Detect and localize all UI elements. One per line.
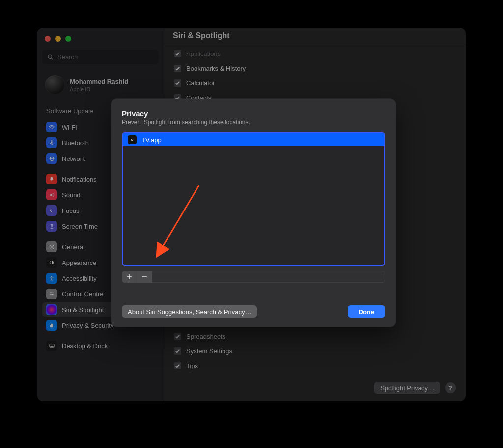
- titlebar: Siri & Spotlight: [164, 28, 466, 44]
- privacy-location-list[interactable]: tv TV.app: [122, 132, 385, 266]
- help-button[interactable]: ?: [445, 382, 456, 393]
- svg-point-2: [51, 129, 52, 129]
- bluetooth-icon: [46, 137, 57, 148]
- sheet-title: Privacy: [122, 109, 385, 118]
- hand-icon: [46, 320, 57, 331]
- plus-icon: [126, 274, 132, 280]
- minimize-window-icon[interactable]: [55, 36, 61, 42]
- sidebar-item-desktop-dock[interactable]: Desktop & Dock: [42, 339, 159, 353]
- checkbox-icon[interactable]: [174, 347, 181, 355]
- sidebar-item-label: Network: [62, 155, 85, 162]
- moon-icon: [46, 205, 57, 216]
- account-name: Mohammed Rashid: [70, 78, 128, 85]
- svg-line-1: [52, 58, 53, 59]
- hourglass-icon: [46, 221, 57, 232]
- sliders-icon: [46, 289, 57, 299]
- done-button[interactable]: Done: [348, 305, 386, 318]
- wifi-icon: [46, 122, 57, 132]
- sidebar-item-label: Sound: [62, 191, 81, 199]
- siri-icon: [46, 304, 57, 315]
- sidebar-item-label: Focus: [62, 207, 79, 214]
- dock-icon: [46, 341, 57, 351]
- account-sub: Apple ID: [70, 86, 128, 92]
- svg-text:tv: tv: [131, 138, 134, 141]
- accessibility-icon: [46, 273, 57, 284]
- check-row[interactable]: Spreadsheets: [174, 330, 456, 343]
- sidebar-item-label: Bluetooth: [62, 139, 89, 147]
- checkbox-icon[interactable]: [174, 65, 181, 72]
- check-row[interactable]: Calculator: [174, 77, 456, 89]
- privacy-sheet: Privacy Prevent Spotlight from searching…: [111, 99, 396, 327]
- check-label: Tips: [186, 362, 198, 369]
- check-row-applications[interactable]: Applications: [174, 47, 456, 60]
- sidebar-item-label: Siri & Spotlight: [62, 306, 104, 314]
- sheet-description: Prevent Spotlight from searching these l…: [122, 119, 385, 126]
- sidebar-item-label: Privacy & Security: [62, 322, 113, 329]
- add-remove-segment: [122, 271, 385, 283]
- sidebar-item-label: General: [62, 243, 84, 251]
- check-row[interactable]: Tips: [174, 359, 456, 372]
- sidebar-item-label: Notifications: [62, 176, 97, 183]
- svg-point-7: [51, 292, 52, 293]
- search-field[interactable]: [42, 50, 159, 64]
- sidebar-item-label: Wi-Fi: [62, 124, 77, 131]
- svg-rect-10: [50, 346, 54, 347]
- bell-icon: [46, 174, 57, 184]
- svg-point-4: [51, 246, 53, 248]
- window-controls: [42, 35, 159, 47]
- close-window-icon[interactable]: [45, 36, 51, 42]
- remove-button[interactable]: [137, 271, 152, 283]
- checkbox-icon[interactable]: [174, 362, 181, 369]
- appearance-icon: [46, 257, 57, 268]
- search-input[interactable]: [56, 53, 154, 61]
- search-icon: [47, 54, 54, 60]
- add-button[interactable]: [122, 271, 137, 283]
- avatar: [45, 75, 65, 95]
- main-footer: Spotlight Privacy… ?: [174, 374, 456, 394]
- check-row[interactable]: System Settings: [174, 344, 456, 357]
- checkbox-icon[interactable]: [174, 79, 181, 87]
- tv-app-icon: tv: [128, 135, 137, 144]
- check-label: Spreadsheets: [186, 333, 225, 340]
- list-item-label: TV.app: [141, 136, 162, 144]
- check-label: System Settings: [186, 347, 232, 355]
- about-privacy-button[interactable]: About Siri Suggestions, Search & Privacy…: [122, 305, 257, 318]
- account-row[interactable]: Mohammed Rashid Apple ID: [42, 72, 159, 101]
- checkbox-icon[interactable]: [174, 50, 181, 57]
- network-icon: [46, 153, 57, 164]
- speaker-icon: [46, 189, 57, 200]
- list-item[interactable]: tv TV.app: [123, 133, 384, 146]
- check-label: Applications: [186, 50, 221, 57]
- svg-point-8: [52, 294, 53, 295]
- svg-point-6: [51, 276, 52, 277]
- check-label: Bookmarks & History: [186, 65, 246, 72]
- spotlight-privacy-button[interactable]: Spotlight Privacy…: [374, 382, 440, 394]
- minus-icon: [141, 274, 147, 280]
- check-row[interactable]: Bookmarks & History: [174, 62, 456, 75]
- sidebar-item-label: Control Centre: [62, 290, 104, 298]
- zoom-window-icon[interactable]: [65, 36, 71, 42]
- check-label: Calculator: [186, 79, 215, 87]
- gear-icon: [46, 241, 57, 252]
- checkbox-icon[interactable]: [174, 333, 181, 340]
- sidebar-item-label: Appearance: [62, 259, 96, 266]
- sidebar-item-label: Desktop & Dock: [62, 343, 108, 350]
- sheet-buttons: About Siri Suggestions, Search & Privacy…: [122, 283, 385, 318]
- page-title: Siri & Spotlight: [173, 31, 230, 40]
- sidebar-item-label: Accessibility: [62, 275, 97, 282]
- sidebar-item-label: Screen Time: [62, 223, 98, 230]
